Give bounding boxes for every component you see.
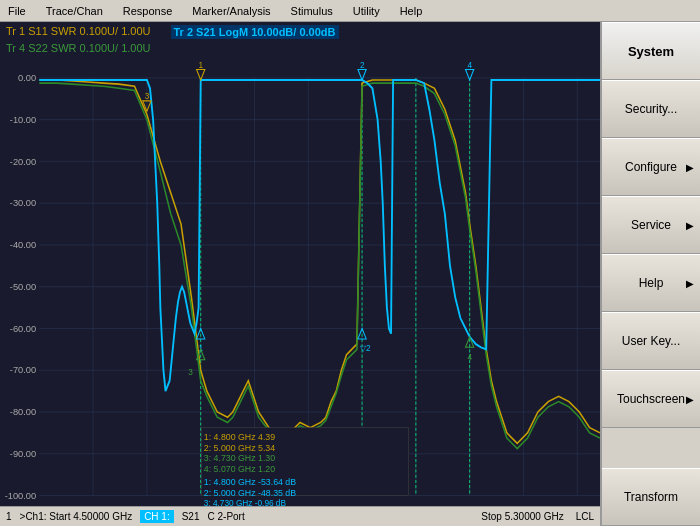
help-label: Help xyxy=(639,276,664,290)
ch-num: CH 1: xyxy=(140,510,174,523)
svg-text:4: 4 xyxy=(468,352,473,362)
port-label: C 2-Port xyxy=(208,511,245,522)
menu-help[interactable]: Help xyxy=(396,3,427,19)
svg-text:3: 3 xyxy=(188,367,193,377)
trace-info-2: Tr 2 S21 LogM 10.00dB/ 0.00dB xyxy=(171,25,339,39)
svg-text:4:    5.070 GHz       1.20: 4: 5.070 GHz 1.20 xyxy=(204,464,275,474)
stop-label: Stop 5.30000 GHz xyxy=(481,511,563,522)
menubar: File Trace/Chan Response Marker/Analysis… xyxy=(0,0,700,22)
menu-utility[interactable]: Utility xyxy=(349,3,384,19)
transform-label: Transform xyxy=(624,490,678,504)
chart-svg: 0.00 -10.00 -20.00 -30.00 -40.00 -50.00 … xyxy=(0,57,600,506)
trace-2-info: Tr 2 S21 LogM 10.00dB/ 0.00dB xyxy=(171,25,339,39)
sidebar: System Security... Configure ▶ Service ▶… xyxy=(600,22,700,526)
service-label: Service xyxy=(631,218,671,232)
sidebar-spacer xyxy=(602,428,700,468)
ch-start-label: >Ch1: Start 4.50000 GHz xyxy=(20,511,133,522)
menu-file[interactable]: File xyxy=(4,3,30,19)
sidebar-btn-userkey[interactable]: User Key... xyxy=(602,312,700,370)
configure-label: Configure xyxy=(625,160,677,174)
sidebar-btn-system[interactable]: System xyxy=(602,22,700,80)
svg-text:-40.00: -40.00 xyxy=(10,240,36,250)
main-area: Tr 1 S11 SWR 0.100U/ 1.00U Tr 2 S21 LogM… xyxy=(0,22,700,526)
configure-arrow: ▶ xyxy=(686,162,694,173)
sidebar-btn-touchscreen[interactable]: Touchscreen ▶ xyxy=(602,370,700,428)
svg-text:-100.00: -100.00 xyxy=(5,491,37,501)
trace-label: S21 xyxy=(182,511,200,522)
svg-text:3:    4.730 GHz   -0.96 dB: 3: 4.730 GHz -0.96 dB xyxy=(204,498,287,506)
lcl-label: LCL xyxy=(576,511,594,522)
svg-text:-10.00: -10.00 xyxy=(10,115,36,125)
touchscreen-label: Touchscreen xyxy=(617,392,685,406)
trace-4-info: Tr 4 S22 SWR 0.100U/ 1.00U xyxy=(6,42,151,54)
channel-indicator: 1 xyxy=(6,511,12,522)
trace-info: Tr 1 S11 SWR 0.100U/ 1.00U xyxy=(6,25,151,39)
security-label: Security... xyxy=(625,102,677,116)
svg-text:-80.00: -80.00 xyxy=(10,407,36,417)
svg-text:3:    4.730 GHz       1.30: 3: 4.730 GHz 1.30 xyxy=(204,453,275,463)
userkey-label: User Key... xyxy=(622,334,680,348)
svg-text:4: 4 xyxy=(468,60,473,70)
menu-marker-analysis[interactable]: Marker/Analysis xyxy=(188,3,274,19)
svg-text:3: 3 xyxy=(145,91,150,101)
sidebar-btn-transform[interactable]: Transform xyxy=(602,468,700,526)
svg-text:-70.00: -70.00 xyxy=(10,365,36,375)
trace-1-info: Tr 1 S11 SWR 0.100U/ 1.00U xyxy=(6,25,151,39)
chart-header-2: Tr 4 S22 SWR 0.100U/ 1.00U xyxy=(0,42,600,57)
touchscreen-arrow: ▶ xyxy=(686,394,694,405)
svg-text:1: 1 xyxy=(199,60,204,70)
svg-text:-90.00: -90.00 xyxy=(10,449,36,459)
sidebar-btn-security[interactable]: Security... xyxy=(602,80,700,138)
svg-text:-50.00: -50.00 xyxy=(10,282,36,292)
svg-text:0.00: 0.00 xyxy=(18,73,36,83)
chart-container: Tr 1 S11 SWR 0.100U/ 1.00U Tr 2 S21 LogM… xyxy=(0,22,600,526)
system-label: System xyxy=(628,44,674,59)
sidebar-btn-help[interactable]: Help ▶ xyxy=(602,254,700,312)
menu-response[interactable]: Response xyxy=(119,3,177,19)
service-arrow: ▶ xyxy=(686,220,694,231)
svg-text:-30.00: -30.00 xyxy=(10,198,36,208)
svg-text:2:    5.000 GHz       5.34: 2: 5.000 GHz 5.34 xyxy=(204,443,275,453)
help-arrow: ▶ xyxy=(686,278,694,289)
svg-text:1:    4.800 GHz  -53.64 dB: 1: 4.800 GHz -53.64 dB xyxy=(204,477,296,487)
svg-text:-60.00: -60.00 xyxy=(10,324,36,334)
svg-text:▽2: ▽2 xyxy=(360,343,371,353)
chart-area[interactable]: 0.00 -10.00 -20.00 -30.00 -40.00 -50.00 … xyxy=(0,57,600,506)
svg-text:2:    5.000 GHz  -48.35 dB: 2: 5.000 GHz -48.35 dB xyxy=(204,488,296,498)
bottom-bar: 1 >Ch1: Start 4.50000 GHz CH 1: S21 C 2-… xyxy=(0,506,600,526)
sidebar-btn-configure[interactable]: Configure ▶ xyxy=(602,138,700,196)
svg-text:1:    4.800 GHz       4.39: 1: 4.800 GHz 4.39 xyxy=(204,432,275,442)
svg-text:2: 2 xyxy=(360,60,365,70)
menu-trace-chan[interactable]: Trace/Chan xyxy=(42,3,107,19)
menu-stimulus[interactable]: Stimulus xyxy=(287,3,337,19)
sidebar-btn-service[interactable]: Service ▶ xyxy=(602,196,700,254)
chart-header: Tr 1 S11 SWR 0.100U/ 1.00U Tr 2 S21 LogM… xyxy=(0,22,600,42)
svg-text:-20.00: -20.00 xyxy=(10,157,36,167)
